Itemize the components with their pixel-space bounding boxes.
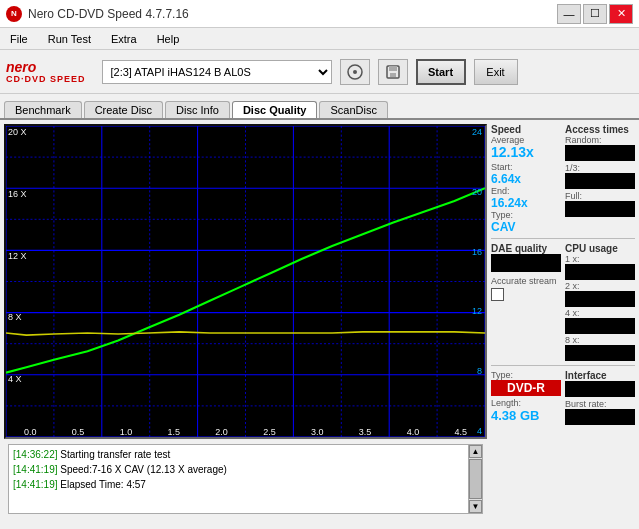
speed-type-label: Type: <box>491 210 561 220</box>
close-button[interactable]: ✕ <box>609 4 633 24</box>
toolbar-disc-icon[interactable] <box>340 59 370 85</box>
cpu-title: CPU usage <box>565 243 635 254</box>
interface-section: Interface Burst rate: <box>565 370 635 425</box>
log-content: [14:36:22] Starting transfer rate test[1… <box>9 445 468 513</box>
access-times-section: Access times Random: 1/3: Full: <box>565 124 635 234</box>
toolbar: nero CD·DVD SPEED [2:3] ATAPI iHAS124 B … <box>0 50 639 94</box>
access-times-title: Access times <box>565 124 635 135</box>
interface-title: Interface <box>565 370 635 381</box>
svg-point-1 <box>353 70 357 74</box>
minimize-button[interactable]: — <box>557 4 581 24</box>
toolbar-save-icon[interactable] <box>378 59 408 85</box>
scroll-down-arrow[interactable]: ▼ <box>469 500 482 513</box>
accurate-stream-checkbox[interactable] <box>491 288 504 301</box>
log-entry-1: [14:41:19] Speed:7-16 X CAV (12.13 X ave… <box>13 462 464 477</box>
dae-section: DAE quality Accurate stream <box>491 243 561 361</box>
menu-run-test[interactable]: Run Test <box>42 31 97 47</box>
tab-disc-info[interactable]: Disc Info <box>165 101 230 118</box>
svg-rect-3 <box>389 66 397 71</box>
cpu-2x-label: 2 x: <box>565 281 635 291</box>
speed-type-value: CAV <box>491 220 561 234</box>
nero-logo-bottom: CD·DVD SPEED <box>6 74 86 84</box>
burst-rate-label: Burst rate: <box>565 399 635 409</box>
cpu-8x-value <box>565 345 635 361</box>
main-content: 20 X 16 X 12 X 8 X 4 X 24 20 16 12 8 4 0… <box>0 120 639 529</box>
title-bar: N Nero CD-DVD Speed 4.7.7.16 — ☐ ✕ <box>0 0 639 28</box>
cpu-4x-label: 4 x: <box>565 308 635 318</box>
cpu-2x-value <box>565 291 635 307</box>
disc-length-value: 4.38 GB <box>491 408 561 423</box>
speed-section: Speed Average 12.13x Start: 6.64x End: 1… <box>491 124 561 234</box>
exit-button[interactable]: Exit <box>474 59 518 85</box>
scroll-thumb[interactable] <box>469 459 482 499</box>
menu-bar: File Run Test Extra Help <box>0 28 639 50</box>
menu-extra[interactable]: Extra <box>105 31 143 47</box>
disc-section: Type: DVD-R Length: 4.38 GB <box>491 370 561 425</box>
tab-create-disc[interactable]: Create Disc <box>84 101 163 118</box>
speed-title: Speed <box>491 124 561 135</box>
interface-value <box>565 381 635 397</box>
access-full-value <box>565 201 635 217</box>
divider-1 <box>491 238 635 239</box>
disc-type-label: Type: <box>491 370 561 380</box>
divider-2 <box>491 365 635 366</box>
disc-type-value: DVD-R <box>491 380 561 396</box>
cpu-section: CPU usage 1 x: 2 x: 4 x: 8 x: <box>565 243 635 361</box>
speed-avg-value: 12.13x <box>491 145 561 160</box>
cpu-8x-label: 8 x: <box>565 335 635 345</box>
speed-end-value: 16.24x <box>491 196 561 210</box>
cpu-4x-value <box>565 318 635 334</box>
log-scrollbar[interactable]: ▲ ▼ <box>468 445 482 513</box>
tab-benchmark[interactable]: Benchmark <box>4 101 82 118</box>
log-entry-2: [14:41:19] Elapsed Time: 4:57 <box>13 477 464 492</box>
log-box: [14:36:22] Starting transfer rate test[1… <box>8 444 483 514</box>
cpu-1x-label: 1 x: <box>565 254 635 264</box>
log-area: [14:36:22] Starting transfer rate test[1… <box>4 441 487 525</box>
drive-select[interactable]: [2:3] ATAPI iHAS124 B AL0S <box>102 60 332 84</box>
maximize-button[interactable]: ☐ <box>583 4 607 24</box>
right-panel: Speed Average 12.13x Start: 6.64x End: 1… <box>491 120 639 529</box>
dae-title: DAE quality <box>491 243 561 254</box>
start-button[interactable]: Start <box>416 59 466 85</box>
window-title: Nero CD-DVD Speed 4.7.7.16 <box>28 7 189 21</box>
svg-rect-4 <box>390 73 396 77</box>
speed-end-label: End: <box>491 186 561 196</box>
nero-logo: nero CD·DVD SPEED <box>6 60 86 84</box>
access-full-label: Full: <box>565 191 635 201</box>
access-random-value <box>565 145 635 161</box>
nero-logo-top: nero <box>6 60 36 74</box>
log-entry-0: [14:36:22] Starting transfer rate test <box>13 447 464 462</box>
menu-help[interactable]: Help <box>151 31 186 47</box>
dae-value <box>491 254 561 272</box>
accurate-stream-label: Accurate stream <box>491 276 561 286</box>
speed-start-value: 6.64x <box>491 172 561 186</box>
chart-area: 20 X 16 X 12 X 8 X 4 X 24 20 16 12 8 4 0… <box>4 124 487 439</box>
tab-scan-disc[interactable]: ScanDisc <box>319 101 387 118</box>
tabs: Benchmark Create Disc Disc Info Disc Qua… <box>0 94 639 120</box>
disc-length-label: Length: <box>491 398 561 408</box>
scroll-up-arrow[interactable]: ▲ <box>469 445 482 458</box>
speed-start-label: Start: <box>491 162 561 172</box>
title-controls[interactable]: — ☐ ✕ <box>557 4 633 24</box>
burst-rate-value <box>565 409 635 425</box>
access-onethird-value <box>565 173 635 189</box>
chart-svg <box>6 126 485 437</box>
cpu-1x-value <box>565 264 635 280</box>
title-bar-left: N Nero CD-DVD Speed 4.7.7.16 <box>6 6 189 22</box>
tab-disc-quality[interactable]: Disc Quality <box>232 101 318 118</box>
access-random-label: Random: <box>565 135 635 145</box>
menu-file[interactable]: File <box>4 31 34 47</box>
access-onethird-label: 1/3: <box>565 163 635 173</box>
app-icon: N <box>6 6 22 22</box>
